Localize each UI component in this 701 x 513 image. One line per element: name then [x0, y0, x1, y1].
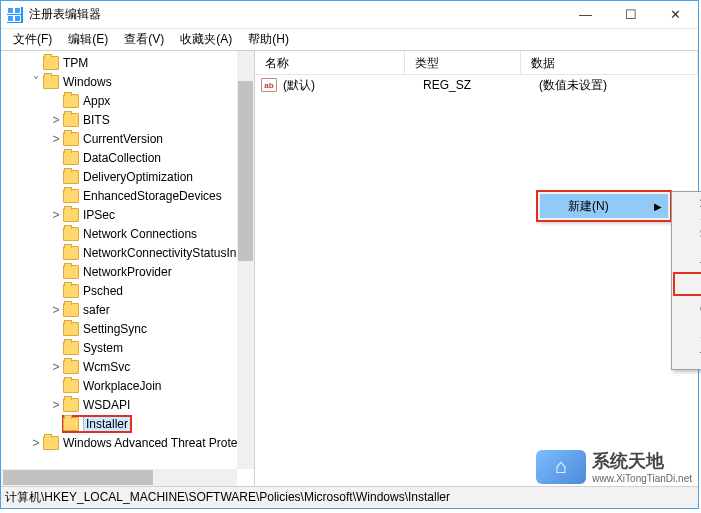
tree-item-ipsec[interactable]: >IPSec: [1, 205, 254, 224]
maximize-button[interactable]: ☐: [608, 1, 653, 29]
tree-item-label: BITS: [83, 113, 110, 127]
folder-icon: [63, 246, 79, 260]
tree-item-label: DeliveryOptimization: [83, 170, 193, 184]
cell-name: (默认): [281, 77, 413, 94]
tree-item-label: WSDAPI: [83, 398, 130, 412]
list-header: 名称 类型 数据: [255, 51, 698, 75]
tree-item-label: Appx: [83, 94, 110, 108]
ctx-dword[interactable]: DWORD (32 位)值(D): [673, 272, 701, 296]
list-pane[interactable]: 名称 类型 数据 ab (默认) REG_SZ (数值未设置) 新建(N) ▶ …: [255, 51, 698, 486]
folder-icon: [63, 94, 79, 108]
folder-icon: [63, 341, 79, 355]
minimize-button[interactable]: —: [563, 1, 608, 29]
tree-item-networkconnectivitystatusind[interactable]: NetworkConnectivityStatusInd: [1, 243, 254, 262]
tree-item-label: EnhancedStorageDevices: [83, 189, 222, 203]
tree-item-label: WorkplaceJoin: [83, 379, 161, 393]
folder-icon: [63, 265, 79, 279]
string-value-icon: ab: [261, 78, 277, 92]
folder-icon: [63, 379, 79, 393]
menu-edit[interactable]: 编辑(E): [60, 29, 116, 50]
folder-icon: [63, 132, 79, 146]
tree-item-label: DataCollection: [83, 151, 161, 165]
tree-item-label: CurrentVersion: [83, 132, 163, 146]
tree-item-bits[interactable]: >BITS: [1, 110, 254, 129]
folder-icon: [43, 56, 59, 70]
tree-item-wcmsvc[interactable]: >WcmSvc: [1, 357, 254, 376]
tree-item-windows-advanced-threat-prote[interactable]: >Windows Advanced Threat Prote: [1, 433, 254, 452]
tree-item-windows[interactable]: ˅Windows: [1, 72, 254, 91]
menu-favorites[interactable]: 收藏夹(A): [172, 29, 240, 50]
folder-icon: [63, 227, 79, 241]
expand-icon[interactable]: ˅: [29, 75, 43, 89]
tree-vscroll[interactable]: [237, 51, 254, 469]
tree-item-label: Windows: [63, 75, 112, 89]
tree-item-label: NetworkProvider: [83, 265, 172, 279]
folder-icon: [63, 398, 79, 412]
ctx-qword[interactable]: QWORD (64 位)值(Q): [672, 297, 701, 321]
menu-file[interactable]: 文件(F): [5, 29, 60, 50]
regedit-window: 注册表编辑器 — ☐ ✕ 文件(F) 编辑(E) 查看(V) 收藏夹(A) 帮助…: [0, 0, 699, 509]
folder-icon: [63, 189, 79, 203]
menubar: 文件(F) 编辑(E) 查看(V) 收藏夹(A) 帮助(H): [1, 29, 698, 51]
expand-icon[interactable]: >: [49, 398, 63, 412]
window-title: 注册表编辑器: [29, 6, 563, 23]
folder-icon: [63, 322, 79, 336]
ctx-expand[interactable]: 可扩充字符串值(E): [672, 345, 701, 369]
list-row[interactable]: ab (默认) REG_SZ (数值未设置): [255, 75, 698, 95]
context-menu[interactable]: 新建(N) ▶ 项(K) 字符串值(S) 二进制值(B) DWORD (32 位…: [537, 191, 671, 221]
tree-item-wsdapi[interactable]: >WSDAPI: [1, 395, 254, 414]
menu-help[interactable]: 帮助(H): [240, 29, 297, 50]
tree-item-network-connections[interactable]: Network Connections: [1, 224, 254, 243]
tree-item-workplacejoin[interactable]: WorkplaceJoin: [1, 376, 254, 395]
tree-item-networkprovider[interactable]: NetworkProvider: [1, 262, 254, 281]
folder-icon: [63, 284, 79, 298]
tree-item-appx[interactable]: Appx: [1, 91, 254, 110]
tree-hscroll-thumb[interactable]: [3, 470, 153, 485]
col-type[interactable]: 类型: [405, 51, 521, 74]
tree-item-system[interactable]: System: [1, 338, 254, 357]
folder-icon: [63, 360, 79, 374]
tree-item-enhancedstoragedevices[interactable]: EnhancedStorageDevices: [1, 186, 254, 205]
expand-icon[interactable]: >: [49, 303, 63, 317]
tree-vscroll-thumb[interactable]: [238, 81, 253, 261]
tree-item-tpm[interactable]: TPM: [1, 53, 254, 72]
expand-icon[interactable]: >: [49, 208, 63, 222]
col-name[interactable]: 名称: [255, 51, 405, 74]
tree-item-label: WcmSvc: [83, 360, 130, 374]
ctx-multi[interactable]: 多字符串值(M): [672, 321, 701, 345]
context-submenu[interactable]: 项(K) 字符串值(S) 二进制值(B) DWORD (32 位)值(D) QW…: [671, 191, 701, 370]
tree-item-installer[interactable]: Installer: [1, 414, 254, 433]
cell-type: REG_SZ: [413, 78, 529, 92]
tree-item-safer[interactable]: >safer: [1, 300, 254, 319]
ctx-new-label: 新建(N): [568, 198, 609, 215]
tree-item-deliveryoptimization[interactable]: DeliveryOptimization: [1, 167, 254, 186]
tree-item-label: Psched: [83, 284, 123, 298]
ctx-binary[interactable]: 二进制值(B): [672, 247, 701, 271]
ctx-new[interactable]: 新建(N) ▶: [540, 194, 668, 218]
expand-icon[interactable]: >: [49, 360, 63, 374]
tree-item-settingsync[interactable]: SettingSync: [1, 319, 254, 338]
submenu-arrow-icon: ▶: [654, 201, 662, 212]
col-data[interactable]: 数据: [521, 51, 698, 74]
close-button[interactable]: ✕: [653, 1, 698, 29]
expand-icon[interactable]: >: [49, 132, 63, 146]
ctx-key[interactable]: 项(K): [672, 192, 701, 216]
app-icon: [7, 7, 23, 23]
ctx-string[interactable]: 字符串值(S): [672, 223, 701, 247]
menu-view[interactable]: 查看(V): [116, 29, 172, 50]
tree-item-label: Windows Advanced Threat Prote: [63, 436, 238, 450]
tree-pane[interactable]: TPM˅Windows Appx>BITS>CurrentVersion Dat…: [1, 51, 255, 486]
folder-icon: [63, 151, 79, 165]
tree-item-label: Network Connections: [83, 227, 197, 241]
tree-item-datacollection[interactable]: DataCollection: [1, 148, 254, 167]
expand-icon[interactable]: >: [29, 436, 43, 450]
tree-item-psched[interactable]: Psched: [1, 281, 254, 300]
tree-item-label: safer: [83, 303, 110, 317]
expand-icon[interactable]: >: [49, 113, 63, 127]
cell-data: (数值未设置): [529, 77, 698, 94]
tree-item-label: NetworkConnectivityStatusInd: [83, 246, 243, 260]
statusbar-path: 计算机\HKEY_LOCAL_MACHINE\SOFTWARE\Policies…: [5, 489, 450, 506]
tree-hscroll[interactable]: [1, 469, 237, 486]
tree-item-currentversion[interactable]: >CurrentVersion: [1, 129, 254, 148]
tree-item-label: System: [83, 341, 123, 355]
